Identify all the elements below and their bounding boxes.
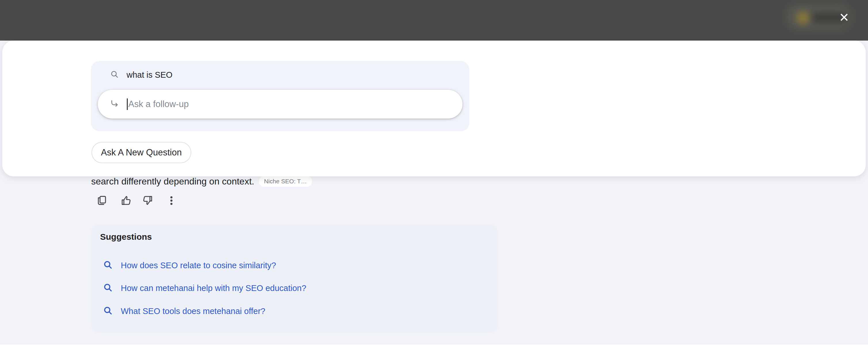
citation-badge[interactable]: Niche SEO: T… xyxy=(259,176,312,187)
answer-last-line: search differently depending on context.… xyxy=(91,174,312,188)
current-query-text: what is SEO xyxy=(127,70,173,80)
follow-up-arrow-icon xyxy=(110,99,119,109)
thumbs-down-icon xyxy=(143,195,154,206)
text-caret xyxy=(127,98,128,110)
current-query-row: what is SEO xyxy=(110,68,173,82)
ask-new-question-button[interactable]: Ask A New Question xyxy=(91,142,191,163)
more-vert-icon xyxy=(166,195,177,206)
close-icon xyxy=(838,11,850,25)
search-icon xyxy=(110,70,119,80)
suggestions-panel: Suggestions How does SEO relate to cosin… xyxy=(91,225,498,333)
suggestion-search-icon xyxy=(103,260,113,271)
suggestion-item[interactable]: What SEO tools does metehanai offer? xyxy=(103,302,265,320)
blurred-avatar-blob xyxy=(797,11,809,24)
suggestion-label: How does SEO relate to cosine similarity… xyxy=(121,261,276,270)
follow-up-placeholder: Ask a follow-up xyxy=(128,99,189,109)
thumbs-down-button[interactable] xyxy=(143,195,154,206)
answer-text: search differently depending on context. xyxy=(91,174,254,188)
suggestion-label: How can metehanai help with my SEO educa… xyxy=(121,284,306,293)
copy-button[interactable] xyxy=(96,195,107,206)
suggestion-item[interactable]: How does SEO relate to cosine similarity… xyxy=(103,257,276,274)
follow-up-input[interactable]: Ask a follow-up xyxy=(98,90,463,119)
copy-icon xyxy=(96,195,107,206)
suggestion-item[interactable]: How can metehanai help with my SEO educa… xyxy=(103,279,306,297)
query-panel: what is SEO Ask a follow-up xyxy=(91,61,469,131)
suggestion-label: What SEO tools does metehanai offer? xyxy=(121,306,265,316)
search-overlay-dialog: what is SEO Ask a follow-up Ask A New Qu… xyxy=(2,40,866,176)
close-overlay-button[interactable] xyxy=(838,11,850,24)
suggestions-title: Suggestions xyxy=(100,232,152,242)
thumbs-up-button[interactable] xyxy=(120,195,131,206)
thumbs-up-icon xyxy=(120,195,131,206)
suggestion-search-icon xyxy=(103,306,113,317)
suggestion-search-icon xyxy=(103,283,113,294)
more-options-button[interactable] xyxy=(166,195,177,206)
top-scrim xyxy=(0,0,868,40)
page-bottom-strip xyxy=(0,345,868,354)
